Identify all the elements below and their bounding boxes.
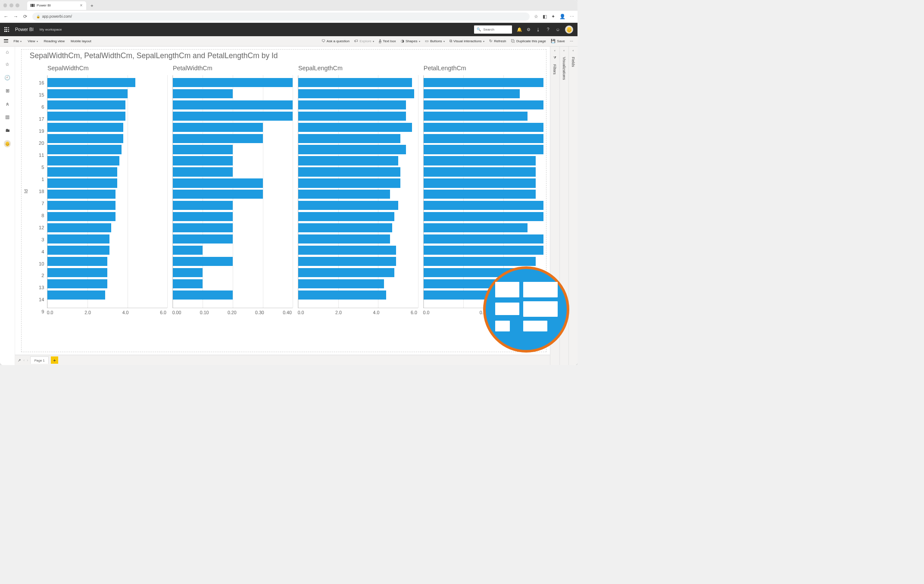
bar[interactable] — [298, 190, 390, 199]
bar[interactable] — [47, 279, 107, 288]
bar[interactable] — [47, 134, 124, 143]
textbox-button[interactable]: A̲Text box — [379, 39, 396, 43]
apps-icon[interactable]: ⊞ — [6, 88, 9, 94]
feedback-icon[interactable]: ☺ — [556, 27, 560, 32]
bar[interactable] — [173, 212, 233, 221]
profile-icon[interactable]: 👤 — [559, 14, 565, 19]
bar[interactable] — [424, 212, 544, 221]
view-menu[interactable]: View▾ — [28, 39, 38, 43]
bar[interactable] — [424, 201, 544, 210]
bar[interactable] — [47, 223, 112, 232]
bar[interactable] — [173, 156, 233, 165]
next-page-icon[interactable]: › — [27, 358, 28, 362]
bar[interactable] — [298, 78, 412, 87]
bar[interactable] — [298, 178, 400, 187]
popout-icon[interactable]: ↗ — [18, 358, 21, 362]
bar[interactable] — [47, 123, 124, 132]
forward-button[interactable]: → — [13, 14, 19, 19]
bar[interactable] — [173, 78, 293, 87]
bar[interactable] — [173, 89, 233, 98]
recent-icon[interactable]: 🕘 — [4, 75, 10, 81]
expand-visualizations-icon[interactable]: ‹ — [563, 49, 565, 53]
page-tab-1[interactable]: Page 1 — [30, 356, 49, 364]
bar[interactable] — [47, 178, 118, 187]
bar[interactable] — [298, 89, 414, 98]
bar[interactable] — [173, 112, 293, 121]
bar[interactable] — [173, 100, 293, 109]
bar[interactable] — [298, 123, 412, 132]
window-controls[interactable] — [3, 3, 20, 7]
data-icon[interactable]: 🖿 — [5, 128, 10, 133]
bar[interactable] — [173, 190, 263, 199]
browser-menu-icon[interactable]: ⋮ — [570, 14, 574, 19]
user-avatar[interactable]: 👴 — [565, 25, 573, 34]
buttons-button[interactable]: ▭Buttons▾ — [425, 39, 445, 43]
bar[interactable] — [424, 100, 544, 109]
bar[interactable] — [47, 156, 119, 165]
bar[interactable] — [173, 123, 263, 132]
nav-toggle-icon[interactable] — [4, 39, 8, 43]
bar[interactable] — [298, 212, 394, 221]
reload-button[interactable]: ⟳ — [23, 14, 28, 19]
home-icon[interactable]: ⌂ — [6, 49, 9, 54]
bar[interactable] — [173, 246, 203, 255]
bar[interactable] — [424, 190, 536, 199]
shapes-button[interactable]: ◑Shapes▾ — [401, 39, 420, 43]
bar[interactable] — [424, 156, 536, 165]
bar[interactable] — [298, 257, 396, 266]
duplicate-page-button[interactable]: ⿻Duplicate this page — [511, 39, 546, 43]
cast-icon[interactable]: ◧ — [543, 14, 547, 19]
shared-icon[interactable]: ጰ — [6, 101, 9, 107]
bar[interactable] — [298, 167, 400, 176]
bar[interactable] — [424, 112, 528, 121]
visual-interactions-button[interactable]: ⧉Visual interactions▾ — [450, 39, 484, 44]
browser-tab[interactable]: Power BI × — [27, 1, 87, 10]
add-page-button[interactable]: + — [51, 356, 58, 363]
fields-pane[interactable]: ‹ Fields — [568, 47, 578, 365]
new-tab-button[interactable]: + — [88, 3, 96, 8]
workspaces-icon[interactable]: ▥ — [5, 114, 9, 120]
bar[interactable] — [424, 246, 544, 255]
bar[interactable] — [424, 257, 536, 266]
refresh-button[interactable]: ↻Refresh — [489, 39, 506, 43]
bar[interactable] — [424, 167, 536, 176]
global-search[interactable]: 🔍 Search — [474, 25, 512, 34]
brand-label[interactable]: Power BI — [15, 27, 34, 32]
bar[interactable] — [47, 268, 107, 277]
star-icon[interactable]: ☆ — [534, 14, 538, 19]
bar[interactable] — [424, 145, 544, 154]
bar[interactable] — [424, 234, 544, 244]
my-workspace-avatar[interactable]: 👴 — [4, 140, 11, 147]
bar[interactable] — [298, 234, 390, 244]
bar[interactable] — [47, 234, 109, 244]
bar[interactable] — [47, 190, 116, 199]
bar[interactable] — [298, 279, 384, 288]
bar[interactable] — [47, 89, 128, 98]
minimize-window-dot[interactable] — [9, 3, 13, 7]
ask-question-button[interactable]: 🗨Ask a question — [322, 39, 350, 43]
back-button[interactable]: ← — [3, 14, 9, 19]
bar[interactable] — [47, 290, 106, 300]
bar[interactable] — [47, 145, 122, 154]
bar[interactable] — [298, 100, 406, 109]
expand-fields-icon[interactable]: ‹ — [573, 49, 574, 53]
reading-view-button[interactable]: Reading view — [44, 39, 65, 43]
ribbon-overflow-icon[interactable]: ⋯ — [570, 39, 574, 43]
bar[interactable] — [173, 167, 233, 176]
bar[interactable] — [173, 257, 233, 266]
bar[interactable] — [47, 257, 107, 266]
bar[interactable] — [47, 246, 109, 255]
url-field[interactable]: 🔒 app.powerbi.com/ — [32, 12, 530, 21]
close-window-dot[interactable] — [3, 3, 7, 7]
favorites-icon[interactable]: ☆ — [5, 62, 9, 67]
bar[interactable] — [47, 78, 135, 87]
bar[interactable] — [424, 134, 544, 143]
bar[interactable] — [298, 112, 406, 121]
prev-page-icon[interactable]: ‹ — [23, 358, 25, 362]
close-tab-icon[interactable]: × — [80, 3, 82, 8]
bar[interactable] — [298, 268, 394, 277]
bar[interactable] — [424, 89, 520, 98]
bar[interactable] — [298, 201, 398, 210]
maximize-window-dot[interactable] — [16, 3, 19, 7]
bar[interactable] — [47, 167, 118, 176]
